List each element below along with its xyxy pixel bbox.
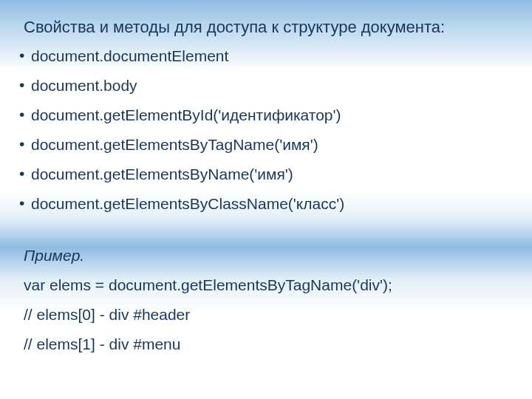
list-item: document.getElementById('идентификатор') xyxy=(19,106,513,124)
code-line: var elems = document.getElementsByTagNam… xyxy=(24,276,513,294)
code-line: // elems[0] - div #header xyxy=(24,306,513,324)
list-item: document.getElementsByName('имя') xyxy=(19,166,513,183)
example-block: Пример. var elems = document.getElements… xyxy=(19,247,513,353)
example-label: Пример. xyxy=(24,247,513,265)
list-item: document.documentElement xyxy=(19,47,513,65)
methods-list: document.documentElement document.body d… xyxy=(19,47,513,213)
slide-heading: Свойства и методы для доступа к структур… xyxy=(24,18,513,37)
list-item: document.getElementsByClassName('класс') xyxy=(19,195,513,213)
list-item: document.getElementsByTagName('имя') xyxy=(19,136,513,154)
code-line: // elems[1] - div #menu xyxy=(24,335,513,353)
list-item: document.body xyxy=(19,77,513,95)
